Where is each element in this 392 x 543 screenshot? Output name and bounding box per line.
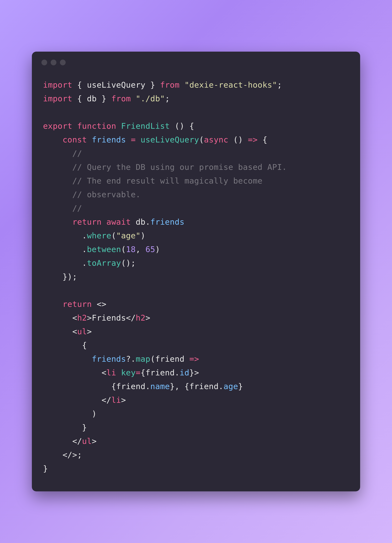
code-token-paren: ) (141, 231, 146, 240)
code-token-prop: id (180, 368, 189, 377)
code-token-kw-from: from (160, 80, 180, 90)
code-token-paren: ( (111, 231, 116, 240)
code-token-dot: . (175, 368, 180, 377)
code-token-comma: , (175, 382, 180, 391)
code-token-jsx-angle: </> (62, 450, 77, 459)
code-token-jsx-angle: </ (102, 396, 111, 405)
code-token-comment: // (72, 204, 82, 213)
code-token-jsx-tag: ul (82, 436, 92, 446)
code-token-brace: } (43, 464, 48, 473)
code-content: import { useLiveQuery } from "dexie-reac… (32, 68, 360, 491)
code-token-method: map (136, 354, 150, 364)
code-token-semi: ; (77, 450, 82, 459)
code-token-jsx-attr: key (121, 368, 136, 377)
code-token-jsx-angle: <> (97, 300, 107, 309)
code-token-brace: { (77, 80, 82, 90)
code-token-kw-await: await (107, 217, 131, 226)
code-token-identifier: db (87, 94, 97, 103)
code-token-jsx-expr-brace: } (82, 423, 87, 432)
code-token-semi: ; (277, 80, 282, 90)
code-token-jsx-expr-brace: { (185, 382, 189, 391)
code-token-eq: = (136, 368, 141, 377)
code-token-identifier: friend (146, 368, 175, 377)
code-token-jsx-expr-brace: } (238, 382, 243, 391)
code-token-prop: friends (150, 217, 184, 226)
maximize-icon[interactable] (60, 60, 66, 65)
code-token-identifier: friend (189, 382, 219, 391)
code-token-jsx-angle: > (146, 313, 150, 322)
code-token-paren: () (233, 135, 243, 144)
code-token-comment: // (72, 149, 82, 158)
code-token-jsx-angle: > (121, 396, 126, 405)
code-token-dot: . (82, 231, 87, 240)
code-token-paren: ( (199, 135, 204, 144)
code-token-semi: ; (131, 258, 136, 268)
code-token-comment: // Query the DB using our promise based … (72, 163, 287, 172)
code-token-number: 65 (146, 245, 155, 254)
window-titlebar (32, 52, 360, 68)
code-token-brace: } (102, 94, 107, 103)
code-token-jsx-angle: > (194, 368, 199, 377)
code-token-jsx-tag: h2 (136, 313, 146, 322)
code-token-kw-import: import (43, 80, 72, 90)
code-token-jsx-angle: < (102, 368, 107, 377)
code-token-kw-return: return (62, 300, 92, 309)
code-token-dot: . (82, 245, 87, 254)
code-token-paren: ) (155, 245, 160, 254)
code-token-dot: . (131, 354, 136, 364)
code-token-method: useLiveQuery (141, 135, 199, 144)
code-token-jsx-tag: h2 (77, 313, 87, 322)
minimize-icon[interactable] (51, 60, 57, 65)
code-token-brace: { (189, 121, 194, 131)
code-token-var-name: friends (92, 354, 126, 364)
code-token-kw-export: export (43, 121, 72, 131)
close-icon[interactable] (41, 60, 47, 65)
code-token-kw-function: function (77, 121, 116, 131)
code-token-identifier: useLiveQuery (87, 80, 145, 90)
code-token-jsx-expr-brace: { (111, 382, 116, 391)
code-token-jsx-expr-brace: { (82, 341, 87, 350)
code-token-semi: ; (72, 272, 77, 281)
code-token-jsx-text: Friends (92, 313, 126, 322)
code-token-number: 18 (126, 245, 136, 254)
code-token-dot: . (146, 382, 150, 391)
code-token-kw-const: const (62, 135, 87, 144)
code-token-jsx-tag: ul (77, 327, 87, 336)
code-token-jsx-angle: > (87, 313, 92, 322)
code-token-method: between (87, 245, 121, 254)
code-token-kw-async: async (204, 135, 228, 144)
code-token-method: where (87, 231, 111, 240)
code-token-param: friend (155, 354, 185, 364)
code-window: import { useLiveQuery } from "dexie-reac… (32, 52, 360, 491)
code-token-string: "./db" (136, 94, 165, 103)
code-token-jsx-angle: < (72, 327, 77, 336)
code-token-paren: ( (150, 354, 155, 364)
code-token-arrow: => (248, 135, 257, 144)
code-token-jsx-expr-brace: } (189, 368, 194, 377)
code-token-var-name: friends (92, 135, 126, 144)
code-token-jsx-angle: < (72, 313, 77, 322)
code-token-jsx-expr-brace: } (170, 382, 175, 391)
code-token-string: "dexie-react-hooks" (185, 80, 277, 90)
code-token-string: "age" (116, 231, 141, 240)
code-token-jsx-tag: li (107, 368, 116, 377)
code-token-paren: () (175, 121, 184, 131)
code-token-jsx-angle: </ (126, 313, 136, 322)
code-token-paren: () (121, 258, 131, 268)
code-token-paren: ( (121, 245, 126, 254)
code-token-paren: ) (92, 409, 97, 419)
code-token-jsx-angle: > (87, 327, 92, 336)
code-token-brace: } (62, 272, 67, 281)
code-token-comma: , (136, 245, 141, 254)
code-token-kw-return: return (72, 217, 102, 226)
code-token-dot: . (146, 217, 150, 226)
code-token-qmark: ? (126, 354, 131, 364)
code-token-func-name: FriendList (121, 121, 170, 131)
code-token-jsx-angle: </ (72, 436, 82, 446)
code-token-comment: // observable. (72, 190, 141, 199)
code-token-brace: { (262, 135, 267, 144)
code-token-brace: } (150, 80, 155, 90)
code-token-semi: ; (165, 94, 170, 103)
code-token-method: toArray (87, 258, 121, 268)
code-token-identifier: db (136, 217, 145, 226)
